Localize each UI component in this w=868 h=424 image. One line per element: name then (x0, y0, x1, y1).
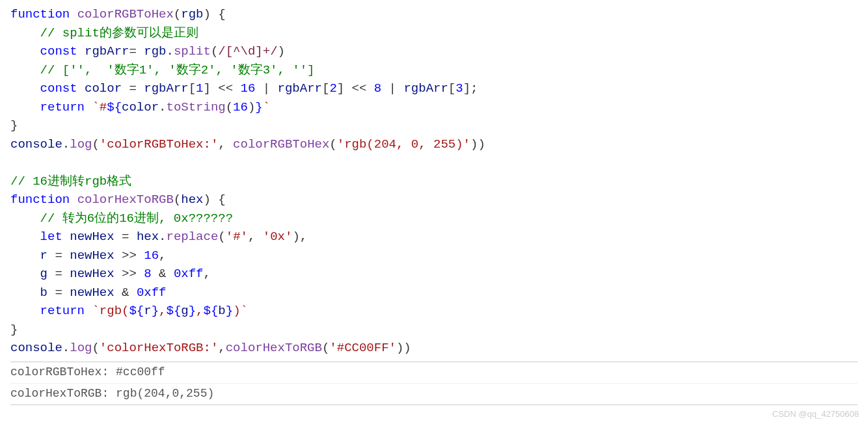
identifier: color (122, 100, 159, 114)
keyword: return (40, 304, 85, 318)
keyword: const (40, 81, 77, 96)
string: '0x' (263, 230, 293, 244)
template-brace: ${ (204, 304, 219, 318)
number: 16 (144, 248, 159, 263)
identifier: r (144, 304, 151, 318)
template: `# (92, 100, 107, 114)
number: 16 (233, 100, 248, 114)
template: `rgb( (92, 304, 129, 318)
identifier: rgbArr (278, 81, 322, 96)
template-brace: } (189, 304, 196, 318)
identifier: newHex (70, 285, 114, 300)
identifier: g (40, 267, 47, 281)
keyword: function (10, 192, 70, 207)
identifier: console (10, 137, 62, 152)
method: toString (166, 100, 225, 114)
number: 8 (374, 81, 381, 96)
identifier: rgbArr (144, 81, 188, 96)
param: hex (181, 192, 203, 207)
keyword: return (40, 100, 85, 114)
template-brace: } (226, 304, 233, 318)
method: log (70, 137, 92, 152)
identifier: console (10, 341, 62, 355)
number: 1 (196, 81, 203, 96)
template-brace: ${ (166, 304, 181, 318)
identifier: color (85, 81, 122, 96)
number: 8 (144, 267, 151, 281)
number: 0xff (174, 267, 204, 281)
keyword: const (40, 44, 77, 59)
method: split (174, 44, 211, 59)
template: , (159, 304, 166, 318)
console-output: colorRGBToHex: #cc00ff colorHexToRGB: rg… (10, 362, 858, 405)
identifier: hex (137, 230, 159, 244)
watermark: CSDN @qq_42750608 (772, 408, 859, 410)
identifier: rgbArr (403, 81, 448, 96)
identifier: r (40, 248, 47, 263)
comment: // 16进制转rgb格式 (10, 174, 131, 189)
template: , (196, 304, 203, 318)
output-line: colorRGBToHex: #cc00ff (10, 362, 858, 384)
template-brace: ${ (107, 100, 122, 114)
function-call: colorRGBToHex (233, 137, 329, 152)
identifier: newHex (70, 248, 114, 263)
comment: // 转为6位的16进制, 0x?????? (40, 211, 233, 226)
number: 2 (329, 81, 336, 96)
template: )` (233, 304, 248, 318)
string: 'rgb(204, 0, 255)' (337, 137, 470, 152)
function-name: colorHexToRGB (77, 192, 174, 207)
string: '#' (226, 230, 248, 244)
string: 'colorRGBToHex:' (100, 137, 218, 152)
keyword: let (40, 230, 62, 244)
comment: // ['', '数字1', '数字2', '数字3', ''] (40, 63, 315, 77)
function-name: colorRGBToHex (77, 7, 174, 21)
string: 'colorHexToRGB:' (100, 341, 218, 355)
template-brace: ${ (129, 304, 144, 318)
template: ` (263, 100, 270, 114)
number: 16 (241, 81, 256, 96)
comment: // split的参数可以是正则 (40, 26, 198, 40)
function-call: colorHexToRGB (226, 341, 322, 355)
output-line: colorHexToRGB: rgb(204,0,255) (10, 384, 858, 404)
identifier: rgb (144, 44, 166, 59)
number: 3 (455, 81, 463, 96)
regex: /[^\d]+/ (218, 44, 277, 59)
method: replace (167, 230, 219, 244)
identifier: g (181, 304, 188, 318)
identifier: b (218, 304, 225, 318)
template-brace: } (255, 100, 262, 114)
op: = (129, 44, 144, 59)
number: 0xff (137, 285, 167, 300)
template-brace: } (152, 304, 159, 318)
param: rgb (181, 7, 203, 21)
string: '#CC00FF' (329, 341, 396, 355)
code-block: function colorRGBToHex(rgb) { // split的参… (10, 5, 858, 358)
keyword: function (10, 7, 70, 21)
identifier: newHex (70, 267, 114, 281)
method: log (70, 341, 92, 355)
identifier: rgbArr (85, 44, 129, 59)
identifier: b (40, 285, 47, 300)
identifier: newHex (70, 230, 114, 244)
